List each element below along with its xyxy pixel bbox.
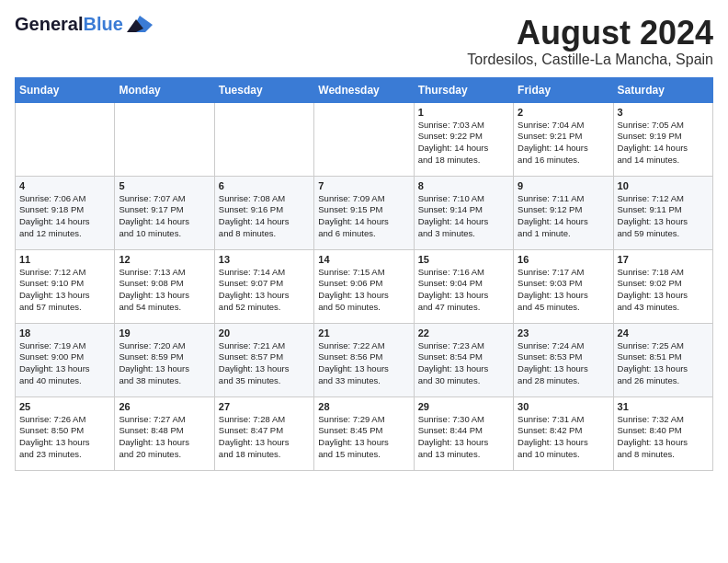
day-info: and 23 minutes. bbox=[19, 449, 110, 461]
calendar-cell: 6Sunrise: 7:08 AMSunset: 9:16 PMDaylight… bbox=[214, 176, 313, 249]
calendar-cell: 7Sunrise: 7:09 AMSunset: 9:15 PMDaylight… bbox=[314, 176, 414, 249]
calendar-cell: 12Sunrise: 7:13 AMSunset: 9:08 PMDayligh… bbox=[115, 249, 214, 323]
day-info: Sunrise: 7:28 AM bbox=[219, 414, 310, 426]
day-info: and 45 minutes. bbox=[518, 302, 609, 314]
calendar-cell: 18Sunrise: 7:19 AMSunset: 9:00 PMDayligh… bbox=[16, 323, 115, 396]
day-info: Daylight: 14 hours bbox=[518, 216, 609, 228]
day-info: and 16 minutes. bbox=[518, 155, 609, 167]
day-info: Sunrise: 7:04 AM bbox=[518, 120, 609, 132]
day-info: Sunset: 9:10 PM bbox=[19, 278, 110, 290]
day-info: Sunrise: 7:13 AM bbox=[119, 267, 210, 279]
day-number: 27 bbox=[219, 401, 310, 412]
day-info: Sunset: 8:57 PM bbox=[219, 351, 310, 363]
day-info: and 8 minutes. bbox=[219, 228, 310, 240]
calendar-cell: 30Sunrise: 7:31 AMSunset: 8:42 PMDayligh… bbox=[514, 396, 613, 470]
day-number: 16 bbox=[518, 254, 609, 265]
day-info: Daylight: 14 hours bbox=[318, 216, 409, 228]
day-info: Daylight: 13 hours bbox=[618, 216, 709, 228]
day-number: 3 bbox=[618, 107, 709, 118]
calendar-cell: 29Sunrise: 7:30 AMSunset: 8:44 PMDayligh… bbox=[414, 396, 513, 470]
day-info: Sunrise: 7:12 AM bbox=[19, 267, 110, 279]
day-info: and 10 minutes. bbox=[518, 449, 609, 461]
day-info: and 28 minutes. bbox=[518, 375, 609, 387]
day-info: Sunset: 9:11 PM bbox=[618, 204, 709, 216]
day-info: Sunrise: 7:19 AM bbox=[19, 340, 110, 352]
day-info: Daylight: 14 hours bbox=[119, 216, 210, 228]
day-info: Sunset: 9:12 PM bbox=[518, 204, 609, 216]
day-info: and 38 minutes. bbox=[119, 375, 210, 387]
day-number: 11 bbox=[19, 254, 110, 265]
day-info: Daylight: 13 hours bbox=[418, 437, 509, 449]
day-info: Sunrise: 7:25 AM bbox=[618, 340, 709, 352]
day-number: 22 bbox=[418, 327, 509, 339]
calendar-cell: 19Sunrise: 7:20 AMSunset: 8:59 PMDayligh… bbox=[115, 323, 214, 396]
day-info: Sunset: 8:50 PM bbox=[19, 425, 110, 437]
day-info: Sunset: 9:18 PM bbox=[19, 204, 110, 216]
calendar-cell: 3Sunrise: 7:05 AMSunset: 9:19 PMDaylight… bbox=[613, 102, 712, 176]
day-info: Daylight: 14 hours bbox=[518, 143, 609, 155]
calendar-cell: 21Sunrise: 7:22 AMSunset: 8:56 PMDayligh… bbox=[314, 323, 414, 396]
day-info: Sunset: 9:14 PM bbox=[418, 204, 509, 216]
calendar-cell: 8Sunrise: 7:10 AMSunset: 9:14 PMDaylight… bbox=[414, 176, 513, 249]
day-info: Sunset: 9:06 PM bbox=[318, 278, 409, 290]
day-info: Sunrise: 7:11 AM bbox=[518, 193, 609, 205]
day-info: Daylight: 13 hours bbox=[219, 363, 310, 375]
header-wednesday: Wednesday bbox=[314, 77, 414, 102]
day-info: Daylight: 13 hours bbox=[418, 290, 509, 302]
day-info: Sunset: 9:21 PM bbox=[518, 131, 609, 143]
day-info: and 13 minutes. bbox=[418, 449, 509, 461]
calendar-cell: 9Sunrise: 7:11 AMSunset: 9:12 PMDaylight… bbox=[514, 176, 613, 249]
day-info: and 10 minutes. bbox=[119, 228, 210, 240]
day-info: Sunset: 9:08 PM bbox=[119, 278, 210, 290]
day-info: Daylight: 13 hours bbox=[618, 290, 709, 302]
day-info: Sunset: 8:47 PM bbox=[219, 425, 310, 437]
day-number: 31 bbox=[618, 401, 709, 412]
day-info: and 1 minute. bbox=[518, 228, 609, 240]
day-info: Sunrise: 7:16 AM bbox=[418, 267, 509, 279]
day-number: 19 bbox=[119, 327, 210, 339]
day-number: 24 bbox=[618, 327, 709, 339]
day-info: Sunrise: 7:23 AM bbox=[418, 340, 509, 352]
calendar-cell: 28Sunrise: 7:29 AMSunset: 8:45 PMDayligh… bbox=[314, 396, 414, 470]
calendar-header-row: SundayMondayTuesdayWednesdayThursdayFrid… bbox=[16, 77, 713, 102]
day-info: Sunset: 9:22 PM bbox=[418, 131, 509, 143]
day-number: 18 bbox=[19, 327, 110, 339]
day-info: Sunrise: 7:09 AM bbox=[318, 193, 409, 205]
day-number: 15 bbox=[418, 254, 509, 265]
header-thursday: Thursday bbox=[414, 77, 513, 102]
calendar-cell bbox=[214, 102, 313, 176]
day-info: Daylight: 14 hours bbox=[418, 143, 509, 155]
day-number: 7 bbox=[318, 180, 409, 191]
day-info: Sunset: 8:53 PM bbox=[518, 351, 609, 363]
day-info: Daylight: 14 hours bbox=[19, 216, 110, 228]
day-info: Daylight: 13 hours bbox=[219, 437, 310, 449]
calendar-cell: 13Sunrise: 7:14 AMSunset: 9:07 PMDayligh… bbox=[214, 249, 313, 323]
day-info: and 30 minutes. bbox=[418, 375, 509, 387]
day-info: Daylight: 13 hours bbox=[618, 363, 709, 375]
day-info: Daylight: 13 hours bbox=[518, 363, 609, 375]
day-info: Daylight: 13 hours bbox=[19, 290, 110, 302]
day-info: and 40 minutes. bbox=[19, 375, 110, 387]
day-info: Sunrise: 7:32 AM bbox=[618, 414, 709, 426]
calendar-cell bbox=[16, 102, 115, 176]
day-info: Sunrise: 7:08 AM bbox=[219, 193, 310, 205]
calendar-cell: 23Sunrise: 7:24 AMSunset: 8:53 PMDayligh… bbox=[514, 323, 613, 396]
day-info: Sunset: 9:19 PM bbox=[618, 131, 709, 143]
day-info: Sunrise: 7:27 AM bbox=[119, 414, 210, 426]
day-number: 30 bbox=[518, 401, 609, 412]
day-info: Sunset: 8:56 PM bbox=[318, 351, 409, 363]
day-info: Sunset: 8:44 PM bbox=[418, 425, 509, 437]
calendar-table: SundayMondayTuesdayWednesdayThursdayFrid… bbox=[15, 77, 713, 471]
day-number: 5 bbox=[119, 180, 210, 191]
week-row-5: 25Sunrise: 7:26 AMSunset: 8:50 PMDayligh… bbox=[16, 396, 713, 470]
day-number: 26 bbox=[119, 401, 210, 412]
day-info: Daylight: 13 hours bbox=[19, 363, 110, 375]
day-info: and 47 minutes. bbox=[418, 302, 509, 314]
calendar-cell: 1Sunrise: 7:03 AMSunset: 9:22 PMDaylight… bbox=[414, 102, 513, 176]
day-info: Daylight: 13 hours bbox=[618, 437, 709, 449]
calendar-cell: 5Sunrise: 7:07 AMSunset: 9:17 PMDaylight… bbox=[115, 176, 214, 249]
day-info: Sunrise: 7:30 AM bbox=[418, 414, 509, 426]
day-info: Daylight: 13 hours bbox=[119, 290, 210, 302]
day-info: and 26 minutes. bbox=[618, 375, 709, 387]
day-number: 9 bbox=[518, 180, 609, 191]
